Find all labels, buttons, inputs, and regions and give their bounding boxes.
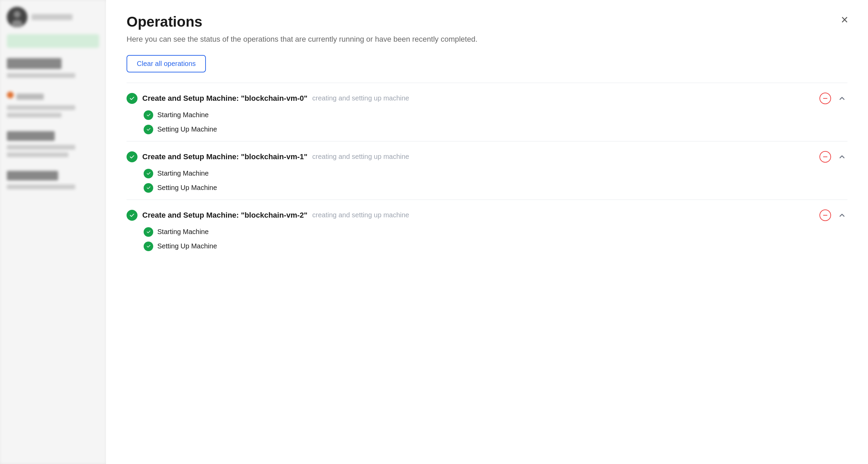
op-2-sub-1-check [144, 242, 153, 251]
op-1-status: creating and setting up machine [312, 153, 409, 161]
op-2-sub-items: Starting Machine Setting Up Machine [127, 227, 847, 251]
operation-item-2: Create and Setup Machine: "blockchain-vm… [127, 200, 847, 258]
panel-title: Operations [127, 14, 847, 30]
op-0-name: Create and Setup Machine: "blockchain-vm… [142, 94, 307, 103]
background-content [0, 0, 106, 464]
operations-panel: Operations Here you can see the status o… [106, 0, 868, 464]
op-1-sub-1-check [144, 183, 153, 193]
operations-list: Create and Setup Machine: "blockchain-vm… [106, 83, 868, 258]
panel-subtitle: Here you can see the status of the opera… [127, 34, 847, 45]
op-2-subitem-1: Setting Up Machine [144, 242, 847, 251]
bg-banner [7, 34, 99, 48]
op-1-remove-button[interactable] [819, 151, 831, 163]
panel-header: Operations Here you can see the status o… [106, 0, 868, 83]
op-2-name: Create and Setup Machine: "blockchain-vm… [142, 211, 307, 220]
op-0-sub-items: Starting Machine Setting Up Machine [127, 110, 847, 134]
operation-item-1: Create and Setup Machine: "blockchain-vm… [127, 141, 847, 200]
op-2-sub-0-check [144, 227, 153, 237]
op-1-sub-items: Starting Machine Setting Up Machine [127, 169, 847, 193]
op-2-check-icon [127, 210, 137, 221]
op-2-remove-button[interactable] [819, 209, 831, 221]
op-0-subitem-0: Starting Machine [144, 110, 847, 120]
op-0-remove-button[interactable] [819, 93, 831, 104]
op-2-collapse-button[interactable] [837, 210, 847, 221]
op-0-sub-0-check [144, 110, 153, 120]
op-0-subitem-1: Setting Up Machine [144, 125, 847, 134]
op-0-status: creating and setting up machine [312, 94, 409, 102]
op-0-collapse-button[interactable] [837, 93, 847, 104]
op-1-collapse-button[interactable] [837, 151, 847, 162]
op-1-name: Create and Setup Machine: "blockchain-vm… [142, 152, 307, 161]
op-0-check-icon [127, 93, 137, 104]
op-1-subitem-0: Starting Machine [144, 169, 847, 178]
op-0-sub-0-label: Starting Machine [157, 111, 209, 119]
bg-user-name [31, 14, 73, 20]
op-1-subitem-1: Setting Up Machine [144, 183, 847, 193]
op-2-sub-1-label: Setting Up Machine [157, 242, 217, 250]
op-2-subitem-0: Starting Machine [144, 227, 847, 237]
svg-point-1 [14, 11, 21, 18]
bg-avatar [7, 7, 27, 27]
op-0-sub-1-check [144, 125, 153, 134]
op-1-check-icon [127, 151, 137, 162]
op-1-sub-1-label: Setting Up Machine [157, 184, 217, 192]
op-0-sub-1-label: Setting Up Machine [157, 125, 217, 133]
close-button[interactable]: × [838, 12, 851, 27]
op-2-sub-0-label: Starting Machine [157, 228, 209, 236]
operation-item-0: Create and Setup Machine: "blockchain-vm… [127, 83, 847, 141]
op-1-sub-0-label: Starting Machine [157, 169, 209, 177]
op-2-status: creating and setting up machine [312, 211, 409, 219]
clear-all-button[interactable]: Clear all operations [127, 55, 206, 72]
op-1-sub-0-check [144, 169, 153, 178]
